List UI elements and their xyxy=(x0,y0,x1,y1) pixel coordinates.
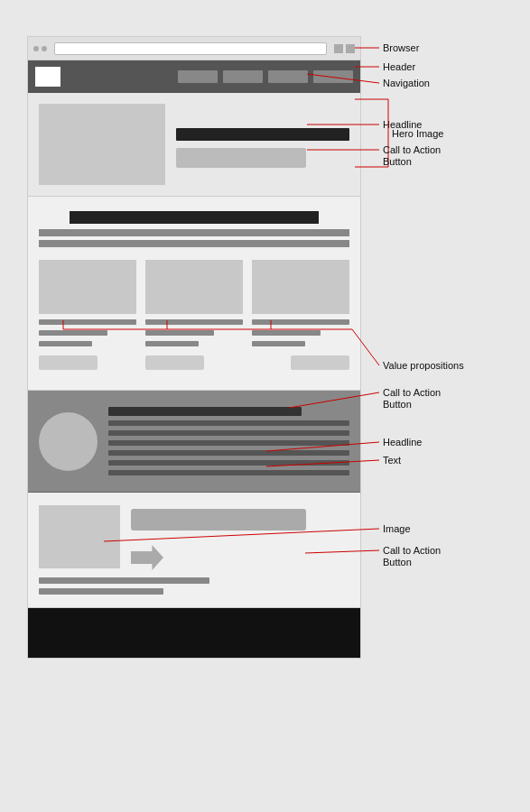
nav-item-4[interactable] xyxy=(313,70,353,83)
vp-card-1-image xyxy=(39,260,136,314)
browser-dot-2 xyxy=(42,46,47,51)
label-cta-hero-1: Call to Action xyxy=(383,144,441,155)
header-nav xyxy=(178,70,353,83)
label-feature-headline: Headline xyxy=(383,437,422,448)
value-props-section xyxy=(28,197,360,391)
footer-bar xyxy=(28,608,360,658)
page-wrapper: Browser Header Navigation Headline Hero … xyxy=(0,18,530,677)
bottom-arrow-icon xyxy=(131,545,163,570)
label-headline: Headline xyxy=(383,119,422,130)
bottom-image xyxy=(39,505,120,568)
vp-card-1-line-2 xyxy=(39,330,107,336)
vp-card-2-image xyxy=(145,260,243,314)
label-value-props: Value propositions xyxy=(383,360,464,371)
feature-headline xyxy=(108,407,302,416)
vp-card-3-line-3 xyxy=(252,341,305,346)
label-browser: Browser xyxy=(383,42,420,53)
nav-item-1[interactable] xyxy=(178,70,218,83)
vp-card-1-line-3 xyxy=(39,341,92,346)
feature-text-4 xyxy=(108,450,349,456)
bottom-cta-button[interactable] xyxy=(131,509,306,531)
vp-card-2-line-3 xyxy=(145,341,199,346)
vp-card-2-btn[interactable] xyxy=(145,355,204,370)
vp-card-2 xyxy=(145,260,243,370)
browser-dot-1 xyxy=(33,46,39,51)
nav-item-3[interactable] xyxy=(268,70,308,83)
browser-icon-1 xyxy=(334,44,343,53)
feature-text-5 xyxy=(108,460,349,466)
feature-text-6 xyxy=(108,470,349,475)
feature-section xyxy=(28,391,360,493)
feature-content xyxy=(108,407,349,475)
header-bar xyxy=(28,60,360,93)
vp-card-3-line-1 xyxy=(252,319,349,325)
browser-dots xyxy=(33,46,47,51)
vp-headline xyxy=(70,211,318,224)
bottom-line-2 xyxy=(39,588,163,595)
hero-section xyxy=(28,93,360,197)
feature-text-1 xyxy=(108,420,349,426)
hero-image xyxy=(39,104,165,185)
feature-circle xyxy=(39,412,98,471)
hero-headline xyxy=(176,128,349,141)
label-hero-image: Hero Image xyxy=(392,128,443,139)
label-feature-text: Text xyxy=(383,455,401,466)
vp-card-2-line-2 xyxy=(145,330,214,336)
bottom-section xyxy=(28,493,360,608)
label-cta-vp-2: Button xyxy=(383,399,412,410)
browser-bar xyxy=(28,37,360,60)
vp-subline-1 xyxy=(39,229,349,236)
vp-card-3-line-2 xyxy=(252,330,321,336)
bottom-content xyxy=(131,505,349,570)
vp-card-1-line-1 xyxy=(39,319,136,325)
browser-url-bar[interactable] xyxy=(54,42,327,55)
label-image: Image xyxy=(383,523,411,534)
vp-card-1 xyxy=(39,260,136,370)
label-cta-vp-1: Call to Action xyxy=(383,387,441,398)
label-cta-hero-2: Button xyxy=(383,156,412,167)
bottom-row xyxy=(39,505,349,570)
hero-cta-button[interactable] xyxy=(176,148,306,168)
feature-text-3 xyxy=(108,440,349,446)
label-navigation: Navigation xyxy=(383,78,430,88)
nav-item-2[interactable] xyxy=(223,70,263,83)
vp-subline-2 xyxy=(39,240,349,247)
vp-card-3-btn[interactable] xyxy=(291,355,349,370)
hero-content xyxy=(176,104,349,185)
bottom-line-1 xyxy=(39,577,209,584)
browser-icon-2 xyxy=(346,44,355,53)
vp-card-2-line-1 xyxy=(145,319,243,325)
vp-card-3 xyxy=(252,260,349,370)
vp-cards xyxy=(39,260,349,370)
vp-card-3-image xyxy=(252,260,349,314)
wireframe xyxy=(27,36,361,659)
browser-icons xyxy=(334,44,355,53)
vp-card-1-btn[interactable] xyxy=(39,355,98,370)
label-cta-bottom-2: Button xyxy=(383,557,412,567)
bottom-lines xyxy=(39,577,349,595)
label-cta-bottom-1: Call to Action xyxy=(383,545,441,556)
header-logo xyxy=(35,67,60,87)
feature-text-2 xyxy=(108,430,349,436)
label-header: Header xyxy=(383,61,415,72)
